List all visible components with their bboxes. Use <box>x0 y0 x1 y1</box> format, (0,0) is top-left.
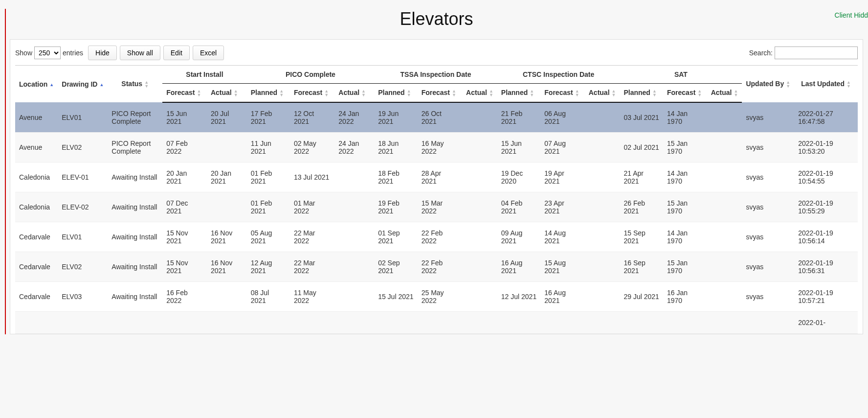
cell-ts_actual <box>462 252 497 282</box>
col-pc-actual[interactable]: Actual▲▼ <box>334 84 374 103</box>
cell-ct_actual <box>585 252 620 282</box>
cell-sat_planned: 21 Apr 2021 <box>620 163 663 192</box>
hide-button[interactable]: Hide <box>88 46 117 60</box>
cell-drawing_id: ELV01 <box>58 222 108 252</box>
cell-updated_by: svyas <box>742 252 794 282</box>
cell-ts_forecast: 22 Feb 2022 <box>418 252 462 282</box>
cell-sat_forecast: 14 Jan 1970 <box>663 222 707 252</box>
cell-drawing_id <box>58 312 108 334</box>
cell-sat_forecast <box>663 312 707 334</box>
cell-location: Cedarvale <box>15 282 58 312</box>
client-tag: Client Hidd <box>835 11 868 19</box>
cell-ts_actual <box>462 192 497 222</box>
cell-si_actual <box>207 312 247 334</box>
cell-updated_by: svyas <box>742 222 794 252</box>
col-si-actual[interactable]: Actual▲▼ <box>207 84 247 103</box>
cell-sat_planned: 15 Sep 2021 <box>620 222 663 252</box>
cell-location: Caledonia <box>15 192 58 222</box>
col-drawing-id[interactable]: Drawing ID▲ <box>58 66 108 103</box>
show-all-button[interactable]: Show all <box>120 46 160 60</box>
col-si-forecast[interactable]: Forecast▲▼ <box>162 84 207 103</box>
cell-ct_planned <box>497 312 541 334</box>
cell-ct_planned: 16 Aug 2021 <box>497 252 541 282</box>
cell-ts_forecast: 25 May 2022 <box>418 282 462 312</box>
cell-sat_planned: 16 Sep 2021 <box>620 252 663 282</box>
col-ts-actual[interactable]: Actual▲▼ <box>462 84 497 103</box>
cell-ct_planned: 21 Feb 2021 <box>497 102 541 133</box>
cell-status: Awaiting Install <box>108 163 162 192</box>
cell-sat_actual <box>707 102 742 133</box>
cell-pc_planned: 17 Feb 2021 <box>247 102 290 133</box>
table-row[interactable]: AvenueELV01PICO Report Complete15 Jun 20… <box>15 102 858 133</box>
cell-pc_actual <box>334 192 374 222</box>
group-ctsc: CTSC Inspection Date <box>497 66 620 84</box>
excel-button[interactable]: Excel <box>193 46 224 60</box>
table-row[interactable]: CedarvaleELV01Awaiting Install15 Nov 202… <box>15 222 858 252</box>
cell-sat_forecast: 16 Jan 1970 <box>663 282 707 312</box>
cell-updated_by <box>742 312 794 334</box>
cell-status <box>108 312 162 334</box>
cell-pc_actual <box>334 163 374 192</box>
edit-button[interactable]: Edit <box>163 46 190 60</box>
col-last-updated[interactable]: Last Updated▲▼ <box>794 66 858 103</box>
table-row[interactable]: CaledoniaELEV-01Awaiting Install20 Jan 2… <box>15 163 858 192</box>
cell-ct_actual <box>585 192 620 222</box>
entries-label: entries <box>63 49 83 57</box>
cell-pc_forecast: 13 Jul 2021 <box>290 163 334 192</box>
cell-pc_actual <box>334 312 374 334</box>
col-ct-forecast[interactable]: Forecast▲▼ <box>540 84 584 103</box>
cell-sat_actual <box>707 192 742 222</box>
col-status[interactable]: Status▲▼ <box>108 66 162 103</box>
cell-sat_forecast: 14 Jan 1970 <box>663 102 707 133</box>
table-row[interactable]: CaledoniaELEV-02Awaiting Install07 Dec 2… <box>15 192 858 222</box>
col-ts-planned[interactable]: Planned▲▼ <box>374 84 418 103</box>
cell-status: Awaiting Install <box>108 222 162 252</box>
cell-pc_planned: 05 Aug 2021 <box>247 222 290 252</box>
cell-sat_planned <box>620 312 663 334</box>
cell-drawing_id: ELEV-01 <box>58 163 108 192</box>
cell-status: Awaiting Install <box>108 252 162 282</box>
cell-ts_planned: 01 Sep 2021 <box>374 222 418 252</box>
col-pc-planned[interactable]: Planned▲▼ <box>247 84 290 103</box>
cell-sat_planned: 02 Jul 2021 <box>620 133 663 163</box>
col-ct-actual[interactable]: Actual▲▼ <box>585 84 620 103</box>
cell-ct_planned: 09 Aug 2021 <box>497 222 541 252</box>
cell-ct_actual <box>585 102 620 133</box>
cell-drawing_id: ELV01 <box>58 102 108 133</box>
col-updated-by[interactable]: Updated By▲▼ <box>742 66 794 103</box>
cell-last_updated: 2022-01-19 10:56:31 <box>794 252 858 282</box>
cell-status: Awaiting Install <box>108 282 162 312</box>
cell-status: PICO Report Complete <box>108 102 162 133</box>
cell-drawing_id: ELV03 <box>58 282 108 312</box>
cell-drawing_id: ELEV-02 <box>58 192 108 222</box>
cell-sat_actual <box>707 252 742 282</box>
cell-sat_actual <box>707 133 742 163</box>
cell-sat_actual <box>707 312 742 334</box>
table-row[interactable]: CedarvaleELV03Awaiting Install16 Feb 202… <box>15 282 858 312</box>
cell-pc_forecast: 01 Mar 2022 <box>290 192 334 222</box>
col-location[interactable]: Location▲ <box>15 66 58 103</box>
cell-status: Awaiting Install <box>108 192 162 222</box>
cell-ct_actual <box>585 163 620 192</box>
col-ct-planned[interactable]: Planned▲▼ <box>497 84 541 103</box>
table-row[interactable]: AvenueELV02PICO Report Complete07 Feb 20… <box>15 133 858 163</box>
cell-si_actual: 16 Nov 2021 <box>207 252 247 282</box>
search-input[interactable] <box>775 46 858 59</box>
col-sat-actual[interactable]: Actual▲▼ <box>707 84 742 103</box>
cell-si_actual: 20 Jan 2021 <box>207 163 247 192</box>
col-sat-planned[interactable]: Planned▲▼ <box>620 84 663 103</box>
cell-si_forecast: 15 Jun 2021 <box>162 102 207 133</box>
length-select[interactable]: 250 <box>34 46 61 59</box>
col-sat-forecast[interactable]: Forecast▲▼ <box>663 84 707 103</box>
col-pc-forecast[interactable]: Forecast▲▼ <box>290 84 334 103</box>
cell-ct_actual <box>585 282 620 312</box>
cell-ts_forecast: 16 May 2022 <box>418 133 462 163</box>
page-title: Elevators <box>5 9 868 29</box>
group-start-install: Start Install <box>162 66 247 84</box>
cell-sat_forecast: 14 Jan 1970 <box>663 163 707 192</box>
cell-drawing_id: ELV02 <box>58 252 108 282</box>
cell-si_forecast <box>162 312 207 334</box>
table-row[interactable]: CedarvaleELV02Awaiting Install15 Nov 202… <box>15 252 858 282</box>
table-row-partial[interactable]: 2022-01- <box>15 312 858 334</box>
col-ts-forecast[interactable]: Forecast▲▼ <box>418 84 462 103</box>
